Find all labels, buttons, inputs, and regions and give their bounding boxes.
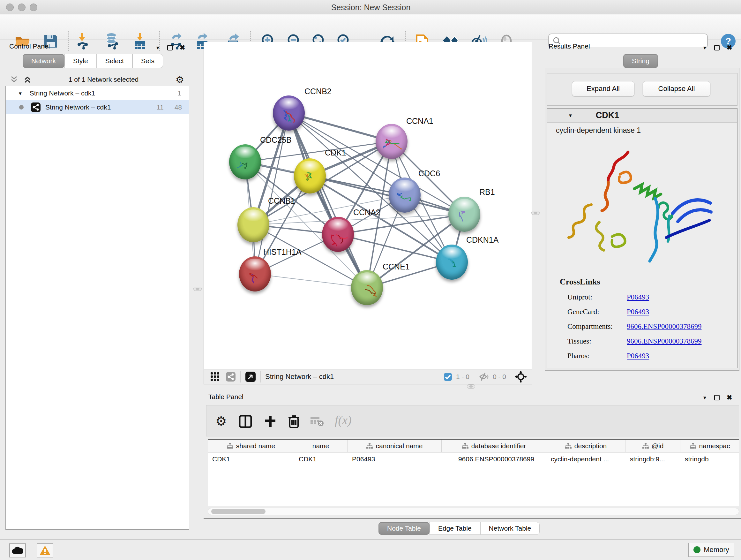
cdk1-description: cyclin-dependent kinase 1: [556, 126, 641, 135]
crosslink-value[interactable]: P06493: [627, 293, 649, 301]
hidden-eye-icon[interactable]: [479, 372, 489, 381]
collection-expand-icon[interactable]: ▼: [18, 91, 23, 96]
expand-collapse-bar: Expand All Collapse All: [547, 73, 738, 106]
bottom-splitter-grip[interactable]: [467, 384, 475, 388]
import-network-icon: [75, 33, 91, 50]
add-column-icon[interactable]: [264, 415, 277, 428]
float-panel-icon[interactable]: [714, 395, 720, 400]
cell-database-identifier[interactable]: 9606.ENSP00000378699: [442, 453, 546, 465]
warnings-button[interactable]: [37, 543, 53, 557]
node-label-cdc25b: CDC25B: [260, 135, 292, 145]
grid-view-icon[interactable]: [210, 372, 220, 381]
memory-button[interactable]: Memory: [688, 543, 734, 557]
cell-name[interactable]: CDK1: [294, 453, 347, 465]
cell-id[interactable]: stringdb:9...: [625, 453, 680, 465]
crosslink-value[interactable]: P06493: [627, 308, 649, 316]
network-node-cdkn1a[interactable]: [436, 245, 468, 280]
cdk1-collapse-icon[interactable]: ▼: [568, 113, 573, 118]
cell-description[interactable]: cyclin-dependent ...: [546, 453, 625, 465]
expand-all-button[interactable]: Expand All: [572, 81, 634, 97]
node-label-ccnb1: CCNB1: [268, 196, 295, 206]
selected-checkbox-icon[interactable]: [444, 373, 452, 381]
import-network-database-button[interactable]: [104, 32, 122, 50]
tab-style[interactable]: Style: [64, 54, 97, 68]
collapse-panel-icon[interactable]: ▼: [702, 395, 707, 400]
float-panel-icon[interactable]: [714, 45, 720, 51]
network-node-ccna1[interactable]: [376, 124, 408, 159]
collapse-all-button[interactable]: Collapse All: [643, 81, 711, 97]
cloud-status-button[interactable]: [9, 543, 26, 557]
column-label: namespac: [699, 442, 730, 450]
crosslink-label: GeneCard:: [567, 308, 627, 316]
tab-edge-table[interactable]: Edge Table: [429, 522, 480, 535]
cell-canonical-name[interactable]: P06493: [347, 453, 442, 465]
crosslink-label: Uniprot:: [567, 293, 627, 301]
column-header[interactable]: shared name: [208, 440, 294, 452]
network-node-ccna2[interactable]: [322, 217, 354, 252]
pan-crosshair-icon[interactable]: [515, 370, 527, 383]
network-options-gear-icon[interactable]: ⚙: [176, 74, 184, 85]
network-selection-summary: 1 of 1 Network selected: [31, 76, 176, 83]
tab-network-table[interactable]: Network Table: [480, 522, 540, 535]
main-toolbar: ?: [0, 14, 741, 40]
tab-select[interactable]: Select: [97, 54, 132, 68]
network-node-cdk1[interactable]: [294, 159, 326, 193]
table-row[interactable]: CDK1 CDK1 P06493 9606.ENSP00000378699 cy…: [208, 453, 739, 465]
table-horizontal-scrollbar[interactable]: [208, 508, 739, 515]
table-settings-gear-icon[interactable]: ⚙: [215, 414, 227, 428]
protein-structure-image: [561, 142, 727, 270]
float-panel-icon[interactable]: [167, 45, 173, 51]
column-header[interactable]: database identifier: [442, 440, 546, 452]
close-panel-icon[interactable]: ✖: [727, 44, 732, 51]
crosslink-label: Compartments:: [567, 322, 627, 331]
crosslink-value[interactable]: P06493: [627, 352, 649, 360]
cell-namespace[interactable]: stringdb: [680, 453, 739, 465]
column-header[interactable]: namespac: [680, 440, 739, 452]
network-node-cdc25b[interactable]: [229, 144, 261, 179]
collapse-panel-icon[interactable]: ▼: [702, 45, 707, 51]
toolbar-separator: [240, 371, 241, 382]
collapse-panel-icon[interactable]: ▼: [155, 45, 160, 51]
tab-network[interactable]: Network: [23, 54, 64, 68]
tab-node-table[interactable]: Node Table: [379, 522, 429, 535]
import-table-button[interactable]: [131, 32, 149, 50]
delete-column-trash-icon[interactable]: [287, 415, 300, 428]
cdk1-card-header[interactable]: ▼ CDK1: [547, 109, 737, 123]
show-columns-icon[interactable]: [239, 415, 252, 428]
table-panel-controls: ▼ ✖: [702, 394, 732, 401]
column-header[interactable]: description: [546, 440, 625, 452]
network-node-ccnb2[interactable]: [273, 96, 305, 131]
scrollbar-thumb[interactable]: [211, 509, 266, 514]
network-node-ccne1[interactable]: [351, 270, 383, 305]
network-node-rb1[interactable]: [448, 197, 480, 232]
node-structure-squiggle: [394, 187, 415, 207]
left-splitter-grip[interactable]: [193, 287, 202, 291]
column-label: @id: [652, 442, 664, 450]
network-canvas[interactable]: CCNB2CCNA1CDC25BCDK1CDC6RB1CCNB1CCNA2CDK…: [204, 42, 532, 369]
tab-sets[interactable]: Sets: [132, 54, 163, 68]
collapse-all-icon[interactable]: [10, 75, 18, 84]
database-icon: [105, 33, 120, 50]
network-collection-row[interactable]: ▼ String Network – cdk1 1: [6, 86, 189, 100]
column-header[interactable]: canonical name: [347, 440, 442, 452]
column-header[interactable]: name: [294, 440, 347, 452]
cell-shared-name[interactable]: CDK1: [208, 453, 294, 465]
open-view-icon[interactable]: [245, 371, 256, 382]
crosslink-value[interactable]: 9606.ENSP00000378699: [627, 322, 702, 331]
network-node-ccnb1[interactable]: [238, 207, 269, 242]
import-network-file-button[interactable]: [74, 32, 92, 50]
network-birdseye-icon[interactable]: [226, 372, 236, 382]
tab-string-results[interactable]: String: [623, 54, 658, 68]
close-panel-icon[interactable]: ✖: [180, 44, 185, 51]
crosslink-value[interactable]: 9606.ENSP00000378699: [627, 337, 702, 346]
right-splitter-grip[interactable]: [531, 211, 540, 215]
network-node-hist1h1a[interactable]: [239, 256, 271, 292]
node-label-ccne1: CCNE1: [383, 262, 410, 271]
crosslink-row: Tissues: 9606.ENSP00000378699: [567, 334, 733, 349]
expand-all-icon[interactable]: [23, 75, 31, 84]
column-header[interactable]: @id: [625, 440, 680, 452]
close-panel-icon[interactable]: ✖: [727, 394, 732, 401]
network-row[interactable]: String Network – cdk1 11 48: [6, 100, 189, 114]
network-list-header: 1 of 1 Network selected ⚙: [5, 73, 189, 86]
network-node-cdc6[interactable]: [389, 178, 421, 212]
